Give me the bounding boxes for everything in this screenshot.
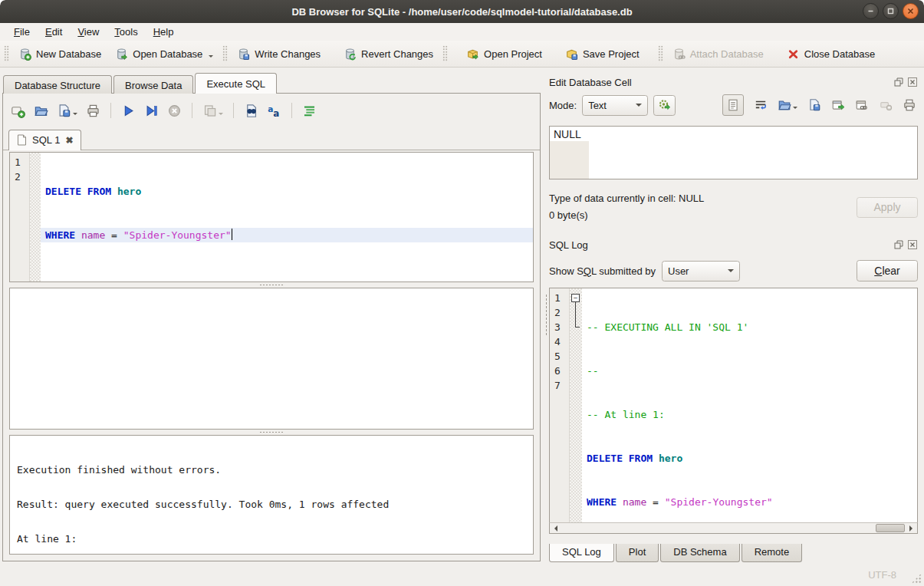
- line-number: 1: [15, 155, 29, 170]
- message-line: At line 1:: [17, 533, 526, 545]
- import-dropdown-icon[interactable]: [793, 107, 797, 111]
- sql-line-current: WHERE name = "Spider-Youngster": [41, 228, 533, 242]
- horizontal-splitter[interactable]: [3, 430, 540, 435]
- close-database-button[interactable]: Close Database: [780, 44, 883, 64]
- copy-tab-dropdown-icon: [219, 113, 223, 117]
- titlebar[interactable]: DB Browser for SQLite - /home/user/code/…: [0, 0, 924, 23]
- toolbar-drag-handle[interactable]: [4, 45, 9, 62]
- line-number: 3: [554, 320, 569, 334]
- tab-execute-sql[interactable]: Execute SQL: [195, 73, 277, 94]
- execute-all-button[interactable]: [121, 104, 136, 118]
- open-in-external-button[interactable]: [831, 98, 845, 112]
- close-dock-button[interactable]: [907, 77, 918, 87]
- execute-current-line-button[interactable]: [144, 104, 159, 118]
- stop-execution-button: [167, 104, 182, 118]
- print-cell-button[interactable]: [903, 98, 916, 112]
- new-database-button[interactable]: New Database: [12, 44, 108, 64]
- text-mode-button[interactable]: [722, 94, 744, 116]
- text-document-icon: [726, 98, 740, 112]
- query-results-pane[interactable]: [9, 288, 534, 430]
- write-changes-button[interactable]: Write Changes: [230, 44, 327, 64]
- execution-message-pane[interactable]: Execution finished without errors. Resul…: [9, 435, 534, 555]
- revert-changes-label: Revert Changes: [361, 48, 433, 60]
- window-title: DB Browser for SQLite - /home/user/code/…: [291, 6, 632, 18]
- resize-grip[interactable]: [911, 573, 922, 584]
- mode-combobox[interactable]: Text: [582, 95, 648, 116]
- close-tab-icon[interactable]: ✖: [65, 136, 73, 145]
- float-dock-button[interactable]: [893, 239, 904, 250]
- log-line-number-gutter: 1 2 3 4 5 6 7: [550, 288, 570, 522]
- auto-apply-button[interactable]: [653, 95, 676, 116]
- vertical-splitter[interactable]: [543, 67, 549, 563]
- horizontal-splitter[interactable]: [3, 282, 540, 288]
- dock-tab-remote[interactable]: Remote: [742, 544, 803, 562]
- float-dock-button[interactable]: [893, 77, 904, 87]
- submitter-combobox[interactable]: User: [662, 261, 740, 281]
- format-sql-button[interactable]: [302, 104, 317, 118]
- project-open-icon: [466, 48, 479, 61]
- menu-view[interactable]: View: [70, 25, 107, 40]
- log-line: WHERE name = "Spider-Youngster": [582, 495, 917, 509]
- scroll-right-icon[interactable]: [909, 525, 916, 532]
- export-cell-data-button[interactable]: [807, 98, 821, 112]
- close-button[interactable]: [903, 3, 919, 19]
- window-export-icon: [831, 98, 845, 112]
- close-dock-button[interactable]: [907, 239, 918, 250]
- save-project-button[interactable]: Save Project: [558, 44, 646, 64]
- window-buttons: [863, 3, 919, 19]
- main-area: Database Structure Browse Data Execute S…: [0, 67, 924, 563]
- open-project-button[interactable]: Open Project: [459, 44, 549, 64]
- tab-database-structure[interactable]: Database Structure: [3, 75, 112, 94]
- fold-collapse-icon[interactable]: [571, 294, 580, 302]
- word-wrap-icon: [754, 98, 768, 112]
- cell-editor-toolbar: [722, 94, 918, 116]
- sql-log-dock-header: SQL Log: [549, 236, 918, 253]
- minimize-button[interactable]: [863, 3, 879, 19]
- menu-file[interactable]: File: [6, 25, 38, 40]
- printer-icon: [903, 98, 916, 112]
- maximize-button[interactable]: [883, 3, 899, 19]
- word-wrap-button[interactable]: [754, 98, 768, 112]
- clear-log-button[interactable]: Clear: [857, 260, 918, 281]
- float-icon: [894, 240, 903, 249]
- line-number: 2: [554, 305, 569, 320]
- new-tab-icon: [11, 104, 25, 118]
- new-sql-tab-button[interactable]: [11, 104, 25, 118]
- chevron-down-icon: [636, 104, 642, 110]
- revert-changes-button[interactable]: Revert Changes: [337, 44, 440, 64]
- sql-log-viewer[interactable]: 1 2 3 4 5 6 7 -- EXECUTING ALL IN 'SQL 1…: [549, 288, 918, 522]
- sql-document-tab[interactable]: SQL 1 ✖: [8, 130, 81, 150]
- save-sql-file-button[interactable]: [57, 104, 77, 118]
- print-sql-button[interactable]: [86, 104, 100, 118]
- menu-edit[interactable]: Edit: [38, 25, 70, 40]
- chevron-down-icon: [728, 269, 734, 275]
- auto-completion-button[interactable]: a a: [267, 104, 281, 118]
- scrollbar-thumb[interactable]: [876, 524, 905, 532]
- scroll-left-icon[interactable]: [551, 525, 557, 532]
- dock-tab-plot[interactable]: Plot: [616, 544, 659, 562]
- sql-code-area[interactable]: DELETE FROM hero WHERE name = "Spider-Yo…: [41, 153, 533, 281]
- dock-tab-sql-log[interactable]: SQL Log: [549, 544, 614, 562]
- open-database-button[interactable]: Open Database: [108, 44, 220, 64]
- import-cell-data-button[interactable]: [778, 98, 797, 112]
- log-horizontal-scrollbar[interactable]: [549, 522, 918, 534]
- save-sql-dropdown-icon[interactable]: [73, 113, 77, 117]
- open-sql-file-button[interactable]: [34, 104, 48, 118]
- gear-apply-icon: [658, 98, 672, 112]
- menu-help[interactable]: Help: [146, 25, 182, 40]
- menu-tools[interactable]: Tools: [107, 25, 145, 40]
- close-database-label: Close Database: [804, 48, 876, 60]
- message-line: Execution finished without errors.: [17, 464, 526, 476]
- toolbar-drag-handle[interactable]: [658, 45, 663, 62]
- sql-editor[interactable]: 1 2 DELETE FROM hero WHERE name = "Spide…: [9, 152, 534, 282]
- copy-link-button[interactable]: [855, 98, 869, 112]
- status-bar: UTF-8: [0, 563, 924, 586]
- cell-editor[interactable]: NULL: [549, 126, 918, 179]
- toolbar-separator: [110, 103, 111, 118]
- find-button[interactable]: [244, 104, 258, 118]
- dock-tab-db-schema[interactable]: DB Schema: [660, 544, 739, 562]
- toolbar-separator: [233, 103, 234, 118]
- filter-label: Show SQL submitted by: [549, 265, 656, 277]
- tab-browse-data[interactable]: Browse Data: [113, 75, 193, 94]
- open-database-dropdown-icon[interactable]: [209, 55, 213, 60]
